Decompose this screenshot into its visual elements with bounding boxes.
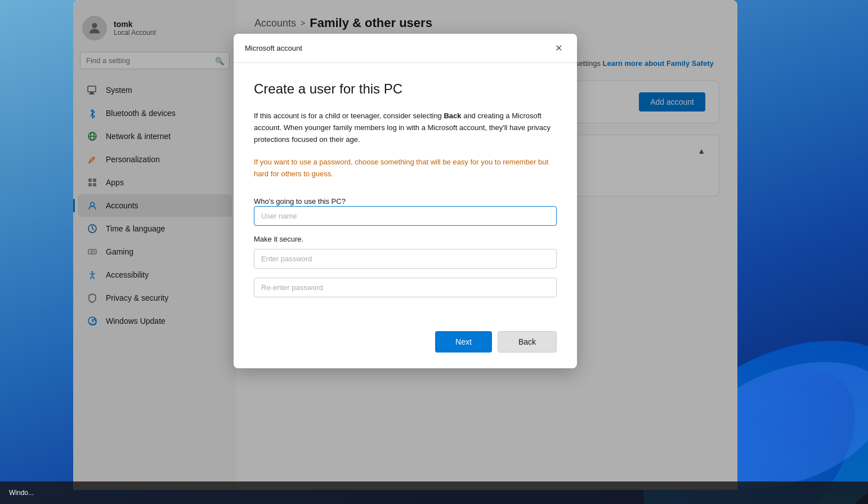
- username-input[interactable]: [254, 206, 557, 226]
- modal-footer: Next Back: [234, 322, 577, 368]
- settings-window: tomk Local Account 🔍 System Bluetooth & …: [73, 0, 737, 490]
- back-button[interactable]: Back: [498, 331, 557, 353]
- next-button[interactable]: Next: [435, 331, 492, 353]
- modal-body: Create a user for this PC If this accoun…: [234, 63, 577, 322]
- modal-header: Microsoft account ✕: [234, 34, 577, 63]
- password-input[interactable]: [254, 249, 557, 269]
- modal-orange-text: If you want to use a password, choose so…: [254, 157, 557, 180]
- modal-main-title: Create a user for this PC: [254, 81, 557, 97]
- reenter-password-input[interactable]: [254, 278, 557, 297]
- modal-close-button[interactable]: ✕: [552, 42, 566, 55]
- modal-info-text: If this account is for a child or teenag…: [254, 110, 557, 145]
- who-label: Who's going to use this PC?: [254, 197, 346, 206]
- taskbar: Windo...: [0, 481, 868, 504]
- modal-title: Microsoft account: [245, 44, 302, 52]
- taskbar-label: Windo...: [9, 489, 34, 497]
- modal-overlay: Microsoft account ✕ Create a user for th…: [73, 0, 737, 490]
- microsoft-account-modal: Microsoft account ✕ Create a user for th…: [234, 34, 577, 368]
- secure-label: Make it secure.: [254, 235, 557, 243]
